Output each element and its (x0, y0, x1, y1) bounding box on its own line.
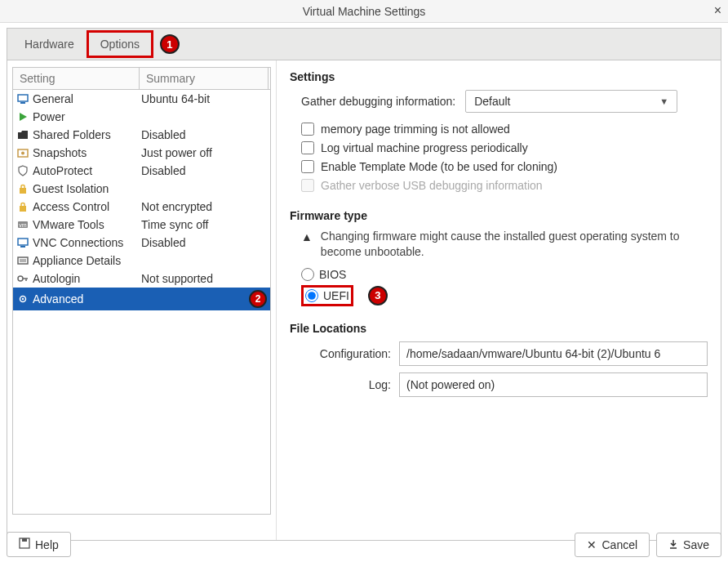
list-item-guest-isolation[interactable]: Guest Isolation (13, 180, 270, 198)
list-item-summary: Disabled (141, 236, 267, 249)
save-button[interactable]: Save (656, 533, 721, 557)
settings-list-header: Setting Summary (12, 67, 271, 90)
debug-info-dropdown[interactable]: Default ▼ (465, 90, 677, 113)
svg-rect-11 (18, 257, 28, 264)
window-body: Hardware Options 1 Setting Summary Gener… (0, 23, 728, 541)
list-item-label: Snapshots (33, 146, 87, 159)
list-item-autologin[interactable]: Autologin Not supported (13, 270, 270, 288)
settings-detail-pane: Settings Gather debugging information: D… (277, 60, 721, 540)
checkbox-log-progress[interactable]: Log virtual machine progress periodicall… (301, 141, 708, 154)
close-icon[interactable]: × (714, 3, 721, 18)
svg-rect-5 (20, 188, 26, 194)
tools-icon: vm (16, 218, 29, 231)
list-item-label: Guest Isolation (33, 182, 109, 195)
list-item-shared-folders[interactable]: Shared Folders Disabled (13, 126, 270, 144)
firmware-warning: ▲ Changing firmware might cause the inst… (301, 229, 708, 260)
checkbox-input[interactable] (301, 123, 314, 136)
content-area: Setting Summary General Ubuntu 64-bit Po… (7, 60, 721, 541)
radio-bios[interactable]: BIOS (301, 268, 708, 281)
download-icon (668, 538, 678, 551)
list-item-snapshots[interactable]: Snapshots Just power off (13, 144, 270, 162)
list-item-summary: Disabled (141, 164, 267, 177)
callout-3: 3 (368, 286, 388, 306)
list-item-label: AutoProtect (33, 164, 92, 177)
svg-rect-20 (22, 538, 27, 542)
vnc-icon (16, 236, 29, 249)
lock-icon (16, 200, 29, 213)
section-settings-title: Settings (290, 70, 708, 83)
gear-icon (16, 292, 29, 306)
settings-list-pane: Setting Summary General Ubuntu 64-bit Po… (7, 60, 277, 540)
svg-rect-6 (20, 206, 26, 212)
list-item-summary: Not encrypted (141, 200, 267, 213)
callout-1: 1 (160, 34, 180, 54)
list-item-label: VNC Connections (33, 236, 123, 249)
cancel-button[interactable]: ✕ Cancel (575, 533, 650, 557)
folder-icon (16, 128, 29, 141)
log-path-input[interactable] (399, 372, 708, 397)
warning-icon: ▲ (301, 230, 313, 243)
radio-label: UEFI (323, 289, 349, 302)
play-icon (16, 110, 29, 123)
list-item-label: General (33, 92, 73, 105)
list-item-label: VMware Tools (33, 218, 104, 231)
list-item-access-control[interactable]: Access Control Not encrypted (13, 198, 270, 216)
button-label: Help (35, 538, 59, 551)
list-item-summary: 2 (141, 290, 267, 308)
list-item-vnc[interactable]: VNC Connections Disabled (13, 234, 270, 252)
list-item-power[interactable]: Power (13, 108, 270, 126)
svg-rect-0 (18, 95, 28, 101)
radio-input[interactable] (301, 268, 314, 281)
header-summary: Summary (140, 68, 269, 89)
bottom-bar: Help ✕ Cancel Save (7, 532, 721, 557)
list-item-summary: Disabled (141, 128, 267, 141)
checkbox-input[interactable] (301, 141, 314, 154)
tab-options[interactable]: Options (87, 30, 153, 58)
list-item-summary: Ubuntu 64-bit (141, 92, 267, 105)
list-item-appliance[interactable]: Appliance Details (13, 252, 270, 270)
header-setting: Setting (13, 68, 140, 89)
checkbox-label: Enable Template Mode (to be used for clo… (321, 160, 557, 173)
config-path-input[interactable] (399, 341, 708, 366)
monitor-icon (16, 92, 29, 105)
svg-text:vm: vm (19, 222, 27, 228)
list-item-label: Access Control (33, 200, 109, 213)
checkbox-label: memory page trimming is not allowed (321, 123, 510, 136)
tab-hardware[interactable]: Hardware (12, 32, 87, 56)
list-item-label: Power (33, 110, 65, 123)
warning-text: Changing firmware might cause the instal… (321, 229, 708, 260)
list-item-autoprotect[interactable]: AutoProtect Disabled (13, 162, 270, 180)
checkbox-memory-trim[interactable]: memory page trimming is not allowed (301, 123, 708, 136)
snapshot-icon (16, 146, 29, 159)
list-item-advanced[interactable]: Advanced 2 (13, 288, 270, 310)
titlebar: Virtual Machine Settings × (0, 0, 728, 23)
list-item-label: Autologin (33, 272, 80, 285)
log-label: Log: (301, 378, 391, 391)
radio-label: BIOS (319, 268, 346, 281)
svg-point-18 (22, 298, 24, 300)
appliance-icon (16, 254, 29, 267)
list-item-summary: Not supported (141, 272, 267, 285)
help-button[interactable]: Help (7, 532, 71, 557)
list-item-general[interactable]: General Ubuntu 64-bit (13, 90, 270, 108)
config-path-row: Configuration: (301, 341, 708, 366)
list-item-summary: Time sync off (141, 218, 267, 231)
radio-uefi[interactable]: UEFI (301, 285, 353, 306)
window-title: Virtual Machine Settings (303, 5, 426, 18)
checkbox-template-mode[interactable]: Enable Template Mode (to be used for clo… (301, 160, 708, 173)
checkbox-input[interactable] (301, 160, 314, 173)
button-label: Cancel (601, 538, 637, 551)
checkbox-usb-debug: Gather verbose USB debugging information (301, 179, 708, 192)
list-item-vmware-tools[interactable]: vmVMware Tools Time sync off (13, 216, 270, 234)
key-icon (16, 272, 29, 285)
callout-2: 2 (249, 290, 267, 308)
list-item-label: Shared Folders (33, 128, 111, 141)
list-item-label: Appliance Details (33, 254, 121, 267)
list-item-label: Advanced (33, 292, 83, 306)
disk-icon (19, 537, 30, 551)
radio-input[interactable] (305, 289, 318, 302)
svg-rect-9 (18, 239, 28, 245)
checkbox-input (301, 179, 314, 192)
log-path-row: Log: (301, 372, 708, 397)
config-label: Configuration: (301, 347, 391, 360)
